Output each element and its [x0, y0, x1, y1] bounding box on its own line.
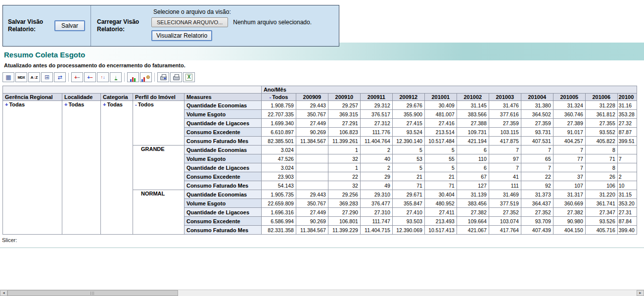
table-row: +Todas+Todas+Todas-TodosQuantidade Econo… — [3, 101, 637, 110]
report-title: Resumo Coleta Esgoto — [4, 50, 644, 59]
save-view-label: Salvar Visão Relatorio: — [8, 18, 50, 33]
data-cell: 11.384.567 — [296, 226, 328, 235]
data-cell: 71 — [585, 154, 617, 163]
cube-navigator-icon[interactable]: ▦ — [2, 72, 14, 82]
scroll-right-button[interactable]: ► — [637, 290, 644, 296]
measure-label: Consumo Faturado Mes — [184, 181, 261, 190]
scroll-left-button[interactable]: ◄ — [0, 290, 7, 296]
data-cell: 22.707.335 — [261, 110, 296, 119]
column-header: 200911 — [360, 94, 392, 101]
data-cell: 30.404 — [424, 190, 457, 199]
print-config-icon[interactable] — [157, 72, 169, 82]
view-report-button[interactable]: Visualizar Relatorio — [151, 30, 212, 41]
data-cell: 31.380 — [521, 101, 553, 110]
pivot-table: Ano/MêsGerência RegionalLocalidadeCatego… — [2, 86, 637, 235]
member-perfil: NORMAL — [133, 190, 184, 235]
excel-export-icon[interactable]: X — [183, 72, 195, 82]
data-cell: 369.315 — [328, 110, 360, 119]
scrollbar-thumb[interactable] — [7, 290, 178, 296]
column-axis-label: Ano/Mês — [261, 86, 637, 94]
toolbar-separator — [124, 73, 125, 82]
print-icon[interactable] — [170, 72, 182, 82]
save-button[interactable]: Salvar — [54, 20, 85, 31]
data-cell: 350.767 — [296, 110, 328, 119]
drill-expand-icon[interactable]: + — [103, 101, 106, 107]
data-cell: 355.900 — [392, 110, 424, 119]
member-gerencia-regional: +Todas — [3, 101, 62, 235]
column-header: 200909 — [296, 94, 328, 101]
data-cell: 53 — [392, 154, 424, 163]
data-cell: 27.388 — [457, 119, 489, 128]
sort-az-icon[interactable]: A↓Z — [28, 72, 40, 82]
data-cell: 364.502 — [521, 110, 553, 119]
chart-icon[interactable] — [127, 72, 139, 82]
data-cell: 405.716 — [585, 226, 617, 235]
data-cell: 111.776 — [360, 128, 392, 137]
slicer-label: Slicer: — [2, 237, 644, 243]
hide-spans-icon[interactable]: ⊞ — [41, 72, 53, 82]
data-cell: 417.875 — [489, 137, 521, 146]
measure-label: Volume Esgoto — [184, 199, 261, 208]
data-cell: 2 — [617, 172, 637, 181]
drill-position-icon[interactable]: +− — [84, 72, 96, 82]
data-cell: 90.269 — [296, 217, 328, 226]
drill-expand-icon[interactable]: + — [5, 101, 8, 107]
data-cell: 10 — [617, 181, 637, 190]
data-cell: 31.317 — [553, 190, 585, 199]
data-cell: 7 — [489, 163, 521, 172]
drill-through-icon[interactable]: ↓ — [110, 72, 122, 82]
file-status-text: Nenhum arquivo selecionado. — [233, 19, 312, 26]
swap-axes-icon[interactable]: ⇄ — [54, 72, 66, 82]
data-cell: 377.616 — [489, 110, 521, 119]
data-cell: 32 — [328, 154, 360, 163]
data-cell: 109.731 — [457, 128, 489, 137]
data-cell: 1 — [328, 146, 360, 154]
drill-collapse-icon[interactable]: - — [135, 101, 137, 107]
data-cell: 1.908.759 — [261, 101, 296, 110]
mdx-editor-icon[interactable]: MDX — [15, 72, 27, 82]
drill-member-icon[interactable]: +− — [71, 72, 83, 82]
data-cell: 29.671 — [392, 190, 424, 199]
select-file-button[interactable]: SELECIONAR ARQUIVO... — [151, 17, 228, 27]
data-cell: 27.410 — [392, 208, 424, 217]
row-axis-header: Perfil do Imóvel — [133, 94, 184, 101]
data-cell: 11.399.229 — [328, 226, 360, 235]
data-cell: 6 — [457, 146, 489, 154]
save-view-section: Salvar Visão Relatorio: Salvar — [3, 5, 91, 46]
data-cell: 106.801 — [328, 217, 360, 226]
file-input-row: SELECIONAR ARQUIVO... Nenhum arquivo sel… — [151, 17, 312, 27]
data-cell: 405.822 — [585, 137, 617, 146]
file-area: Selecione o arquivo da visão: SELECIONAR… — [151, 5, 312, 41]
chart-config-icon[interactable]: ⚙ — [140, 72, 152, 82]
horizontal-scrollbar[interactable]: ◄ ► — [0, 290, 644, 296]
measure-label: Quantidade Economias — [184, 190, 261, 199]
data-cell: 22 — [521, 172, 553, 181]
data-cell: 93.526 — [585, 217, 617, 226]
page: Salvar Visão Relatorio: Salvar Carregar … — [0, 0, 644, 296]
data-cell: 31.145 — [457, 101, 489, 110]
data-cell: 27.416 — [424, 119, 457, 128]
data-cell — [296, 163, 328, 172]
data-cell: 23.903 — [261, 172, 296, 181]
data-cell: 7 — [553, 146, 585, 154]
data-cell: 7 — [521, 146, 553, 154]
column-header: 201004 — [521, 94, 553, 101]
data-cell — [617, 163, 637, 172]
data-cell: 71 — [392, 181, 424, 190]
data-cell: 364.437 — [521, 199, 553, 208]
drill-expand-icon[interactable]: + — [64, 101, 67, 107]
data-cell: 31.16 — [617, 101, 637, 110]
data-cell: 111 — [489, 181, 521, 190]
drill-collapse-icon[interactable]: - — [269, 94, 271, 100]
drill-replace-icon[interactable]: ↑↓ — [97, 72, 109, 82]
data-cell: 30.409 — [424, 101, 457, 110]
toolbar-separator — [68, 73, 69, 82]
column-header: 201001 — [424, 94, 457, 101]
data-cell: 27.382 — [553, 208, 585, 217]
data-cell: 26 — [585, 172, 617, 181]
load-view-section: Carregar Visão Relatorio: Selecione o ar… — [91, 5, 339, 46]
data-cell: 127 — [457, 181, 489, 190]
data-cell: 421.067 — [457, 226, 489, 235]
measure-label: Quantidade de Ligacoes — [184, 208, 261, 217]
data-cell: 27.310 — [360, 208, 392, 217]
